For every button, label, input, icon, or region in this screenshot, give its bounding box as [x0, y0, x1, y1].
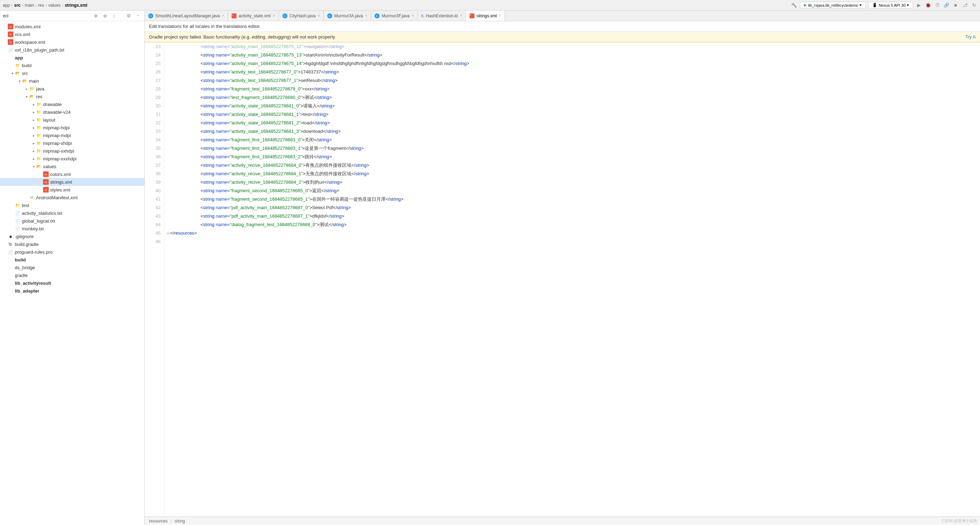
- close-icon[interactable]: ×: [460, 14, 462, 18]
- device-dropdown[interactable]: 📱 Nexus 5 API 30 ▾: [869, 2, 913, 8]
- tree-item[interactable]: MAndroidManifest.xml: [0, 194, 145, 201]
- close-icon[interactable]: ×: [273, 14, 275, 18]
- editor-tab[interactable]: KHashExtention.kt×: [418, 11, 466, 21]
- run-icon[interactable]: ▶: [916, 2, 922, 8]
- tree-item[interactable]: ▸📁mipmap-xhdpi: [0, 139, 145, 147]
- stop-icon[interactable]: ■: [953, 2, 959, 8]
- editor-tab[interactable]: ‹›activity_state.xml×: [228, 11, 279, 21]
- code[interactable]: <string name="activity_main_168485227867…: [164, 42, 980, 517]
- code-editor[interactable]: 2324252627282930313233343536373839404142…: [145, 42, 980, 517]
- breadcrumb-item[interactable]: app: [3, 3, 10, 8]
- editor-tab[interactable]: CMurmur3F.java×: [371, 11, 418, 21]
- close-icon[interactable]: ×: [318, 14, 320, 18]
- warning-text: Gradle project sync failed. Basic functi…: [149, 34, 336, 40]
- tree-item[interactable]: ds_bridge: [0, 263, 145, 271]
- tree-item[interactable]: ▸📁mipmap-hdpi: [0, 124, 145, 131]
- close-icon[interactable]: ×: [365, 14, 367, 18]
- project-label: ect: [3, 13, 90, 18]
- close-icon[interactable]: ×: [412, 14, 414, 18]
- breadcrumb: app›src›main›res›values›strings.xml: [3, 3, 87, 8]
- tree-item[interactable]: lib_adapter: [0, 287, 145, 295]
- tree-item[interactable]: ▸📁layout: [0, 116, 145, 124]
- tree-item[interactable]: ◆.gitignore: [0, 233, 145, 240]
- tree-item[interactable]: 📄activity_statistics.txt: [0, 209, 145, 217]
- attach-icon[interactable]: 🔗: [943, 2, 950, 8]
- tree-item[interactable]: ▸📁mipmap-xxhdpi: [0, 147, 145, 155]
- tree-item[interactable]: ▸📁mipmap-xxxhdpi: [0, 155, 145, 163]
- editor-panel: CSmoothLinearLayoutManager.java×‹›activi…: [145, 11, 980, 525]
- tree-item[interactable]: 📁build: [0, 61, 145, 69]
- editor-tab[interactable]: CSmoothLinearLayoutManager.java×: [145, 11, 228, 21]
- tree-item[interactable]: ▸📁java: [0, 85, 145, 93]
- status-crumb[interactable]: string: [175, 519, 185, 523]
- tree-item[interactable]: ▾📂res: [0, 93, 145, 101]
- tree-item[interactable]: 📄xxf_i18n_plugin_path.txt: [0, 46, 145, 54]
- tree-item[interactable]: 📄global_logcat.txt: [0, 217, 145, 225]
- tree-item[interactable]: 🐘build.gradle: [0, 240, 145, 248]
- tree-item[interactable]: ▸📁drawable-v24: [0, 108, 145, 116]
- tree-item[interactable]: ‹›modules.xml: [0, 22, 145, 30]
- ide-root: app›src›main›res›values›strings.xml 🔨 ▶ …: [0, 0, 980, 525]
- tree-item[interactable]: build: [0, 256, 145, 263]
- tree-item[interactable]: gradle: [0, 271, 145, 279]
- tree-item[interactable]: ▾📂src: [0, 69, 145, 77]
- tree-item[interactable]: ‹›workspace.xml: [0, 38, 145, 46]
- tree-item[interactable]: ‹›colors.xml: [0, 170, 145, 178]
- debug-icon[interactable]: 🐞: [925, 2, 931, 8]
- git-icon[interactable]: ⎇: [962, 2, 968, 8]
- editor-tab[interactable]: CMurmur3A.java×: [324, 11, 371, 21]
- tree-item[interactable]: ‹›styles.xml: [0, 186, 145, 194]
- profile-icon[interactable]: ⏱: [934, 2, 940, 8]
- tree-item[interactable]: ‹›strings.xml: [0, 178, 145, 186]
- sidebar-toolbar: ect ⊕ ≣ ↕ ⚙ −: [0, 11, 145, 21]
- hide-icon[interactable]: −: [135, 12, 142, 19]
- tree-item[interactable]: ▾📂values: [0, 163, 145, 170]
- file-tree: ‹›modules.xml‹›vcs.xml‹›workspace.xml📄xx…: [0, 21, 145, 525]
- expand-icon[interactable]: ↕: [110, 12, 118, 19]
- try-again-link[interactable]: Try A: [965, 34, 976, 40]
- info-text: Edit translations for all locales in the…: [149, 24, 261, 29]
- tree-item[interactable]: ▸📁drawable: [0, 101, 145, 108]
- editor-tab[interactable]: ‹›strings.xml×: [466, 11, 505, 21]
- status-crumb[interactable]: resources: [149, 519, 168, 523]
- tree-item[interactable]: ‹›vcs.xml: [0, 30, 145, 38]
- breadcrumb-item[interactable]: res: [38, 3, 44, 8]
- tree-item[interactable]: lib_activityresult: [0, 279, 145, 287]
- close-icon[interactable]: ×: [499, 14, 501, 18]
- crosshair-icon[interactable]: ⊕: [92, 12, 99, 19]
- top-toolbar: app›src›main›res›values›strings.xml 🔨 ▶ …: [0, 0, 980, 11]
- tree-item[interactable]: app: [0, 54, 145, 61]
- run-config-dropdown[interactable]: ▶ lib_rxjava.lib_rxlifecycledemo ▾: [800, 2, 865, 8]
- tree-item[interactable]: 📄proguard-rules.pro: [0, 248, 145, 256]
- close-icon[interactable]: ×: [222, 14, 224, 18]
- tree-item[interactable]: 📄monkey.txt: [0, 225, 145, 233]
- tree-item[interactable]: ▸📁mipmap-mdpi: [0, 131, 145, 139]
- breadcrumb-item[interactable]: strings.xml: [65, 3, 87, 8]
- watermark: CSDN @亚洲小炫风: [942, 518, 977, 523]
- editor-status-bar: resources›string: [145, 517, 980, 525]
- sync-icon[interactable]: ↻: [971, 2, 977, 8]
- project-sidebar: ect ⊕ ≣ ↕ ⚙ − ‹›modules.xml‹›vcs.xml‹›wo…: [0, 11, 145, 525]
- info-bar: Edit translations for all locales in the…: [145, 21, 980, 32]
- gutter: 2324252627282930313233343536373839404142…: [145, 42, 164, 517]
- breadcrumb-item[interactable]: main: [25, 3, 34, 8]
- tree-item[interactable]: ▾📂main: [0, 77, 145, 85]
- breadcrumb-item[interactable]: values: [48, 3, 61, 8]
- settings-icon[interactable]: ⚙: [125, 12, 132, 19]
- breadcrumb-item[interactable]: src: [14, 3, 21, 8]
- editor-tab[interactable]: CCityHash.java×: [279, 11, 324, 21]
- warning-bar: Gradle project sync failed. Basic functi…: [145, 32, 980, 42]
- tree-item[interactable]: 📁test: [0, 201, 145, 209]
- collapse-icon[interactable]: ≣: [101, 12, 108, 19]
- hammer-icon[interactable]: 🔨: [791, 2, 797, 8]
- editor-tabs: CSmoothLinearLayoutManager.java×‹›activi…: [145, 11, 980, 21]
